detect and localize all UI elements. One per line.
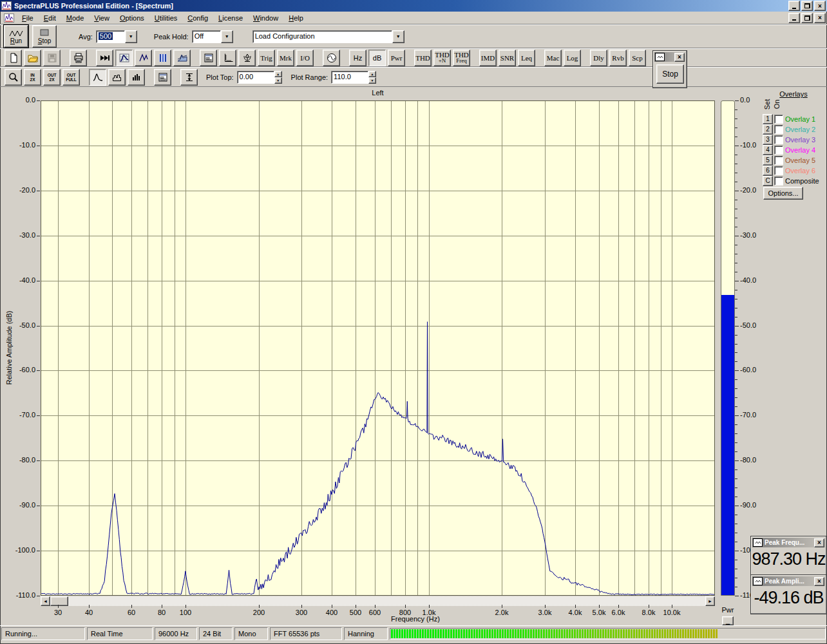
overlay-on-checkbox-4[interactable] [774,146,783,155]
zoom-in-2x-button[interactable]: IN2X [24,69,41,86]
overlay-set-button-2[interactable]: 2 [763,124,773,135]
menu-file[interactable]: File [17,13,39,23]
spectrum-view-button[interactable] [115,50,133,66]
scrollbar-thumb[interactable] [50,596,68,606]
scroll-left-icon[interactable]: ◄ [41,596,50,606]
step-plot-mode-button[interactable] [108,69,126,86]
peak-frequency-close-icon[interactable]: × [814,538,824,547]
new-file-button[interactable] [5,50,22,66]
overlay-set-button-5[interactable]: 5 [763,155,773,166]
processing-settings-button[interactable] [200,50,217,66]
peak-amplitude-titlebar[interactable]: Peak Ampli... × [752,576,825,586]
macros-button[interactable]: Mac [544,50,562,66]
autofit-vertical-button[interactable] [180,69,198,86]
io-device-button[interactable]: I/O [296,50,314,66]
overlay-on-checkbox-3[interactable] [774,135,783,144]
open-file-button[interactable] [24,50,41,66]
plot-options-button[interactable] [154,69,171,86]
thd-button[interactable]: THD [414,50,432,66]
imd-button[interactable]: IMD [479,50,497,66]
bar-plot-mode-button[interactable] [128,69,145,86]
units-hz-button[interactable]: Hz [349,50,366,66]
menu-window[interactable]: Window [248,13,283,23]
mdi-close-button[interactable]: × [814,13,826,23]
overlay-on-checkbox-5[interactable] [774,156,783,165]
meter-minimized-stub[interactable]: ▁ [722,616,734,625]
overlay-set-button-4[interactable]: 4 [763,145,773,155]
close-button[interactable]: × [814,1,826,11]
plot-top-down-icon[interactable]: ▼ [274,77,282,84]
menu-help[interactable]: Help [283,13,309,23]
avg-combo[interactable]: 500 ▼ [96,30,137,43]
fast-forward-button[interactable] [96,50,113,66]
overlay-on-checkbox-1[interactable] [774,115,783,124]
mini-window-titlebar[interactable]: × [654,52,685,62]
overlay-set-button-3[interactable]: 3 [763,135,773,145]
peak-amplitude-close-icon[interactable]: × [814,577,824,586]
mdi-minimize-button[interactable] [788,13,800,23]
overlay-on-checkbox-6[interactable] [774,166,783,175]
logging-button[interactable]: Log [564,50,581,66]
spectrogram-view-button[interactable] [154,50,171,66]
overlay-set-button-1[interactable]: 1 [763,114,773,124]
units-pwr-button[interactable]: Pwr [388,50,405,66]
leq-button[interactable]: Leq [518,50,535,66]
menu-edit[interactable]: Edit [39,13,61,23]
delay-button[interactable]: Dly [590,50,607,66]
save-file-button[interactable] [43,50,61,66]
overlays-options-button[interactable]: Options... [763,187,803,200]
zoom-out-full-button[interactable]: OUTFULL [62,69,80,86]
thd-plus-n-button[interactable]: THD+N [433,50,451,66]
overlay-on-checkbox-2[interactable] [774,125,783,134]
restore-button[interactable] [801,1,813,11]
plot-range-up-icon[interactable]: ▲ [368,71,376,77]
markers-button[interactable]: Mrk [277,50,294,66]
mdi-restore-button[interactable] [801,13,813,23]
plot-range-spinner[interactable]: 110.0 ▲▼ [331,71,376,84]
zoom-out-2x-button[interactable]: OUT2X [43,69,61,86]
peak-hold-dropdown-icon[interactable]: ▼ [221,30,233,43]
scaling-button[interactable] [219,50,236,66]
signal-generator-button[interactable] [323,50,340,66]
run-button[interactable]: Run [4,25,28,48]
peak-frequency-titlebar[interactable]: Peak Frequ... × [752,538,825,547]
scope-button[interactable]: Scp [629,50,646,66]
triggering-button[interactable]: Trig [258,50,275,66]
minimize-button[interactable] [788,1,800,11]
surface-view-button[interactable] [173,50,191,66]
peak-hold-combo[interactable]: Off ▼ [192,30,233,43]
load-configuration-combo[interactable]: Load Configuration ▼ [252,30,404,43]
menu-license[interactable]: License [213,13,248,23]
scroll-right-icon[interactable]: ► [705,596,715,606]
overlay-set-button-c[interactable]: C [763,176,773,186]
thd-freq-button[interactable]: THDFreq [453,50,470,66]
mini-stop-button[interactable]: Stop [656,64,684,84]
plot-top-spinner[interactable]: 0.00 ▲▼ [237,71,282,84]
overlay-on-checkbox-c[interactable] [774,176,783,185]
menu-mode[interactable]: Mode [61,13,90,23]
plot-range-down-icon[interactable]: ▼ [368,77,376,84]
scrollbar-track[interactable] [68,596,705,606]
thd-label: THD [415,55,430,61]
plot-scrollbar[interactable]: ◄ ► [41,596,715,606]
menu-config[interactable]: Config [182,13,213,23]
units-db-button[interactable]: dB [368,50,386,66]
spectrum-plot[interactable] [41,100,715,596]
menu-utilities[interactable]: Utilities [149,13,182,23]
print-button[interactable] [70,50,87,66]
stop-button[interactable]: Stop [32,25,57,48]
load-configuration-dropdown-icon[interactable]: ▼ [392,30,404,43]
reverb-button[interactable]: Rvb [609,50,627,66]
avg-dropdown-icon[interactable]: ▼ [125,30,137,43]
mini-window-close-icon[interactable]: × [674,53,685,62]
document-icon[interactable] [4,14,14,23]
zoom-tool-button[interactable] [5,69,22,86]
snr-button[interactable]: SNR [499,50,516,66]
plot-top-up-icon[interactable]: ▲ [274,71,282,77]
overlay-set-button-6[interactable]: 6 [763,166,773,176]
menu-options[interactable]: Options [115,13,149,23]
calibration-button[interactable] [238,50,256,66]
menu-view[interactable]: View [89,13,115,23]
time-series-view-button[interactable] [135,50,152,66]
line-plot-mode-button[interactable] [89,69,106,86]
